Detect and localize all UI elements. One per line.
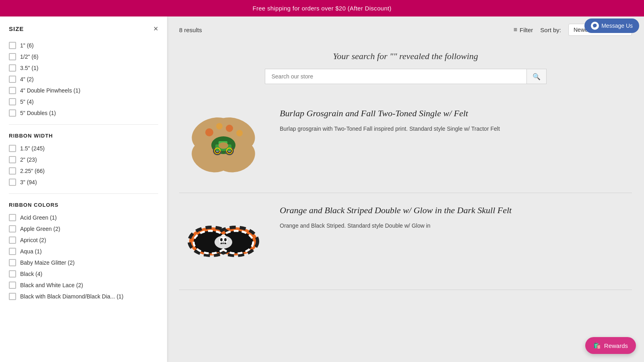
filter-item-5in-doubles[interactable]: 5" Doubles (1) bbox=[9, 107, 158, 119]
checkbox-rw-3[interactable] bbox=[9, 179, 16, 186]
product-list: Burlap Grosgrain and Fall Two-Toned Sing… bbox=[167, 88, 644, 298]
checkbox-5in[interactable] bbox=[9, 98, 16, 105]
main-layout: SIZE × 1" (6) 1/2" (6) 3.5" (1) 4" (2) bbox=[0, 16, 644, 362]
ribbon-colors-list: Acid Green (1) Apple Green (2) Apricot (… bbox=[9, 212, 158, 302]
filter-label-rw-3: 3" (94) bbox=[20, 179, 37, 185]
filter-item-half[interactable]: 1/2" (6) bbox=[9, 51, 158, 62]
filter-label-black-white-lace: Black and White Lace (2) bbox=[20, 282, 83, 288]
filter-item-3-5[interactable]: 3.5" (1) bbox=[9, 62, 158, 74]
search-input[interactable] bbox=[265, 69, 526, 84]
product-image-1[interactable] bbox=[179, 104, 268, 185]
divider-2 bbox=[9, 193, 158, 194]
checkbox-baby-maize[interactable] bbox=[9, 259, 16, 266]
checkbox-half[interactable] bbox=[9, 53, 16, 60]
checkbox-1in[interactable] bbox=[9, 42, 16, 49]
filter-item-2-25in[interactable]: 2.25" (66) bbox=[9, 165, 158, 177]
filter-label-black: Black (4) bbox=[20, 271, 42, 277]
ribbon-width-list: 1.5" (245) 2" (23) 2.25" (66) 3" (94) bbox=[9, 143, 158, 188]
size-filter-list: 1" (6) 1/2" (6) 3.5" (1) 4" (2) 4" Doubl… bbox=[9, 40, 158, 119]
filter-item-baby-maize[interactable]: Baby Maize Glitter (2) bbox=[9, 257, 158, 268]
filter-icon: ≡ bbox=[514, 26, 517, 33]
close-sidebar-button[interactable]: × bbox=[153, 25, 158, 33]
size-section-title: SIZE bbox=[9, 25, 24, 32]
filter-item-aqua[interactable]: Aqua (1) bbox=[9, 246, 158, 257]
svg-point-7 bbox=[236, 130, 243, 136]
filter-item-2in[interactable]: 2" (23) bbox=[9, 154, 158, 165]
product-title-2[interactable]: Orange and Black Striped Double w/ Glow … bbox=[280, 205, 632, 216]
rewards-button[interactable]: 🛍️ Rewards bbox=[585, 337, 636, 354]
checkbox-aqua[interactable] bbox=[9, 248, 16, 255]
filter-item-5in[interactable]: 5" (4) bbox=[9, 96, 158, 107]
filter-item-black[interactable]: Black (4) bbox=[9, 268, 158, 280]
svg-point-6 bbox=[226, 125, 233, 132]
checkbox-black-diamond[interactable] bbox=[9, 293, 16, 300]
checkbox-rw-2-25[interactable] bbox=[9, 167, 16, 175]
sort-label: Sort by: bbox=[540, 27, 561, 33]
checkbox-black[interactable] bbox=[9, 270, 16, 278]
filter-item-black-diamond[interactable]: Black with Black Diamond/Black Dia... (1… bbox=[9, 291, 158, 302]
filter-item-4in-double[interactable]: 4" Double Pinwheels (1) bbox=[9, 85, 158, 96]
filter-label-half: 1/2" (6) bbox=[20, 53, 38, 60]
product-desc-2: Orange and Black Striped. Standard style… bbox=[280, 221, 632, 230]
filter-label-acid-green: Acid Green (1) bbox=[20, 214, 57, 221]
divider-1 bbox=[9, 124, 158, 125]
filter-item-1-5in[interactable]: 1.5" (245) bbox=[9, 143, 158, 154]
checkbox-black-white-lace[interactable] bbox=[9, 282, 16, 289]
filter-item-acid-green[interactable]: Acid Green (1) bbox=[9, 212, 158, 223]
checkbox-3-5[interactable] bbox=[9, 64, 16, 72]
messenger-icon bbox=[591, 22, 599, 30]
checkbox-apple-green[interactable] bbox=[9, 225, 16, 232]
filter-label-1in: 1" (6) bbox=[20, 42, 34, 49]
filter-label-apple-green: Apple Green (2) bbox=[20, 226, 60, 232]
product-info-1: Burlap Grosgrain and Fall Two-Toned Sing… bbox=[280, 104, 632, 133]
filter-item-apple-green[interactable]: Apple Green (2) bbox=[9, 223, 158, 234]
filter-label-aqua: Aqua (1) bbox=[20, 248, 42, 255]
rewards-icon: 🛍️ bbox=[593, 342, 601, 349]
product-info-2: Orange and Black Striped Double w/ Glow … bbox=[280, 201, 632, 230]
filter-item-1in[interactable]: 1" (6) bbox=[9, 40, 158, 51]
checkbox-rw-1-5[interactable] bbox=[9, 145, 16, 152]
product-content-area: 8 results ≡ Filter Sort by: Newest Arriv… bbox=[167, 16, 644, 362]
product-image-2[interactable] bbox=[179, 201, 268, 282]
filter-label: Filter bbox=[520, 27, 533, 33]
filter-label-black-diamond: Black with Black Diamond/Black Dia... (1… bbox=[20, 293, 124, 300]
search-box: 🔍 bbox=[265, 69, 547, 84]
filter-item-4in[interactable]: 4" (2) bbox=[9, 74, 158, 85]
search-button[interactable]: 🔍 bbox=[526, 69, 546, 84]
svg-point-4 bbox=[205, 128, 213, 136]
filter-label-5in-doubles: 5" Doubles (1) bbox=[20, 110, 56, 116]
filter-item-black-white-lace[interactable]: Black and White Lace (2) bbox=[9, 280, 158, 291]
message-us-label: Message Us bbox=[601, 23, 633, 29]
filter-label-4in: 4" (2) bbox=[20, 76, 34, 82]
svg-point-28 bbox=[220, 238, 223, 241]
main-header: 8 results ≡ Filter Sort by: Newest Arriv… bbox=[167, 16, 644, 43]
message-us-button[interactable]: Message Us bbox=[584, 19, 639, 33]
checkbox-4in-double[interactable] bbox=[9, 87, 16, 94]
checkbox-5in-doubles[interactable] bbox=[9, 109, 16, 117]
filter-sidebar: SIZE × 1" (6) 1/2" (6) 3.5" (1) 4" (2) bbox=[0, 16, 167, 362]
filter-label-baby-maize: Baby Maize Glitter (2) bbox=[20, 259, 74, 266]
checkbox-apricot[interactable] bbox=[9, 237, 16, 244]
filter-label-5in: 5" (4) bbox=[20, 99, 34, 105]
checkbox-acid-green[interactable] bbox=[9, 214, 16, 221]
filter-label-rw-1-5: 1.5" (245) bbox=[20, 145, 45, 152]
product-title-1[interactable]: Burlap Grosgrain and Fall Two-Toned Sing… bbox=[280, 108, 632, 119]
rewards-label: Rewards bbox=[604, 342, 628, 349]
filter-item-apricot[interactable]: Apricot (2) bbox=[9, 234, 158, 246]
search-box-wrapper: 🔍 bbox=[179, 69, 632, 84]
filter-label-rw-2: 2" (23) bbox=[20, 156, 37, 163]
butterfly-bow-svg bbox=[183, 104, 264, 185]
checkbox-4in[interactable] bbox=[9, 76, 16, 83]
top-banner: Free shipping for orders over $20 (After… bbox=[0, 0, 644, 16]
checkbox-rw-2[interactable] bbox=[9, 156, 16, 163]
results-count: 8 results bbox=[179, 27, 202, 33]
search-title: Your search for "" revealed the followin… bbox=[179, 51, 632, 62]
filter-label-apricot: Apricot (2) bbox=[20, 237, 46, 243]
filter-button[interactable]: ≡ Filter bbox=[514, 26, 533, 33]
search-icon: 🔍 bbox=[533, 73, 541, 80]
filter-item-3in[interactable]: 3" (94) bbox=[9, 177, 158, 188]
filter-label-rw-2-25: 2.25" (66) bbox=[20, 168, 45, 174]
svg-point-5 bbox=[216, 123, 223, 130]
sidebar-header: SIZE × bbox=[9, 25, 158, 33]
product-desc-1: Burlap grosgrain with Two-Toned Fall ins… bbox=[280, 124, 632, 133]
